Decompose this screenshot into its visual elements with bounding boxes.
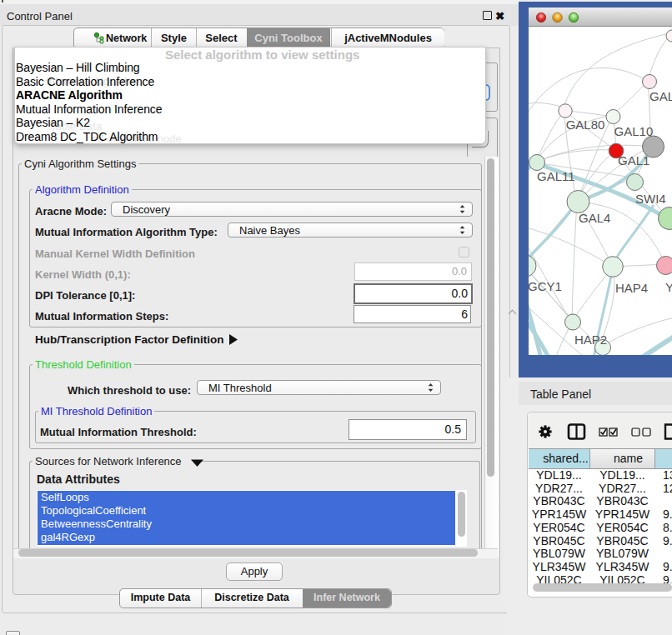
svg-text:Y: Y bbox=[665, 280, 672, 294]
svg-text:GCY1: GCY1 bbox=[529, 279, 562, 293]
svg-text:HAP4: HAP4 bbox=[615, 281, 648, 295]
svg-text:SWI4: SWI4 bbox=[635, 192, 666, 206]
svg-text:GAL7: GAL7 bbox=[649, 89, 672, 103]
svg-text:GAL11: GAL11 bbox=[537, 169, 575, 183]
svg-text:HAP2: HAP2 bbox=[574, 332, 607, 347]
svg-text:GAL10: GAL10 bbox=[614, 124, 654, 138]
svg-text:GAL4: GAL4 bbox=[579, 211, 610, 225]
svg-text:GAL80: GAL80 bbox=[566, 118, 605, 132]
svg-text:GAL1: GAL1 bbox=[618, 153, 649, 168]
